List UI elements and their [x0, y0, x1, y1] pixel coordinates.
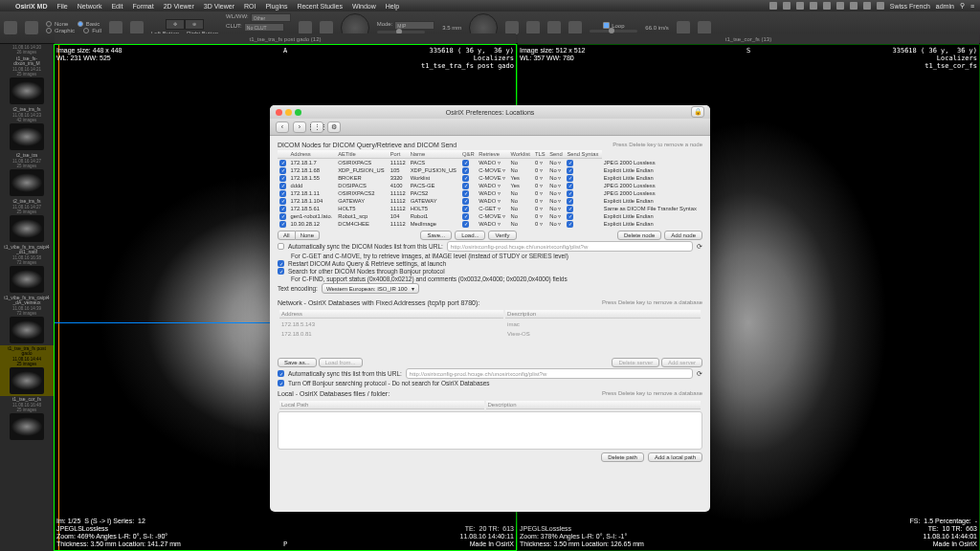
close-icon[interactable]: [276, 109, 282, 116]
select-all-none[interactable]: AllNone: [278, 231, 320, 240]
series-thumbnail[interactable]: t2_tse_tra_fs11.08.16 14:2725 images: [0, 198, 54, 244]
left-button-tool[interactable]: ✥: [166, 19, 185, 30]
text-encoding-select[interactable]: Western European: ISO_IR 100▾: [322, 283, 419, 294]
series-sidebar[interactable]: 11.08.16 14:20 26 images t1_tse_fs-dixon…: [0, 44, 54, 551]
status-icon[interactable]: [836, 2, 844, 10]
network-db-row[interactable]: 172.18.0.81View-OS: [279, 330, 701, 338]
local-db-table[interactable]: Local PathDescription: [278, 399, 702, 411]
status-icon[interactable]: [863, 2, 871, 10]
menu-2d-viewer[interactable]: 2D Viewer: [164, 3, 194, 10]
back-button[interactable]: ‹: [276, 121, 289, 133]
report-plugins-icon[interactable]: [109, 21, 122, 34]
propagate-icon[interactable]: [568, 21, 582, 34]
dicom-node-row[interactable]: ✓10.30.28.12DCM4CHEE11112MedImage✓WADO ▿…: [278, 220, 702, 228]
menu-help[interactable]: Help: [386, 3, 399, 10]
movie-export-icon[interactable]: [526, 21, 540, 34]
bonjour-checkbox[interactable]: ✓: [278, 268, 284, 275]
status-icon[interactable]: [796, 2, 804, 10]
dicom-node-row[interactable]: ✓172.18.1.7OSIRIXPACS11112PACS✓WADO ▿No0…: [278, 159, 702, 167]
dicom-node-row[interactable]: ✓172.18.1.68XDP_FUSION_US105XDP_FUSION_U…: [278, 166, 702, 174]
sync2-checkbox[interactable]: ✓: [278, 370, 284, 377]
input-source-label[interactable]: Swiss French: [890, 3, 930, 10]
notification-icon[interactable]: ≡: [970, 3, 974, 10]
delete-path-button[interactable]: Delete path: [601, 452, 644, 462]
status-icon[interactable]: [783, 2, 791, 10]
status-icon[interactable]: [823, 2, 831, 10]
menu-edit[interactable]: Edit: [111, 3, 122, 10]
menu-window[interactable]: Window: [352, 3, 376, 10]
verify-button[interactable]: Verify: [488, 231, 516, 240]
2d3d-icon[interactable]: [299, 21, 312, 34]
lock-icon[interactable]: 🔒: [691, 106, 704, 118]
status-icon[interactable]: [769, 2, 777, 10]
3d-panel-icon[interactable]: [677, 21, 690, 34]
local-db-list[interactable]: [278, 411, 702, 450]
add-server-button[interactable]: Add server: [661, 358, 702, 367]
reload-icon[interactable]: ⟳: [697, 370, 702, 378]
annot-graphic-radio[interactable]: [46, 28, 52, 33]
add-local-path-button[interactable]: Add a local path: [648, 452, 702, 462]
gear-icon[interactable]: ⚙: [327, 121, 341, 133]
delete-server-button[interactable]: Delete server: [612, 358, 659, 367]
menu-roi[interactable]: ROI: [244, 3, 256, 10]
menu-network[interactable]: Network: [78, 3, 102, 10]
spotlight-icon[interactable]: ⚲: [960, 2, 965, 10]
network-db-row[interactable]: 172.18.5.143imac: [279, 320, 701, 328]
user-name[interactable]: admin: [936, 3, 954, 10]
series-thumbnail[interactable]: t1_vibe_fs_tra_caipi4_dt1_natif11.08.16 …: [0, 244, 54, 295]
minimize-icon[interactable]: [285, 109, 292, 116]
metadata-icon[interactable]: [698, 21, 711, 34]
save-as-button[interactable]: Save as...: [278, 358, 317, 367]
forward-button[interactable]: ›: [293, 121, 306, 133]
navigator-icon[interactable]: [505, 21, 519, 34]
network-db-table[interactable]: AddressDescription 172.18.5.143imac172.1…: [278, 308, 702, 340]
series-thumbnail[interactable]: t1_tse_cor_fs11.08.16 16:4825 images: [0, 396, 54, 442]
show-all-button[interactable]: ⋮⋮⋮: [310, 121, 323, 133]
windows-icon[interactable]: [25, 21, 38, 34]
restart-checkbox[interactable]: ✓: [278, 260, 284, 267]
dicom-node-row[interactable]: ✓172.18.1.11OSIRIXPACS211112PACS2✓WADO ▿…: [278, 189, 702, 197]
right-button-tool[interactable]: ⊕: [185, 19, 204, 30]
save-button[interactable]: Save...: [420, 231, 452, 240]
menu-recent-studies[interactable]: Recent Studies: [297, 3, 342, 10]
patient-icon[interactable]: [130, 21, 144, 34]
menu-plugins[interactable]: Plugins: [265, 3, 287, 10]
reload-icon[interactable]: ⟳: [697, 243, 702, 251]
menu-3d-viewer[interactable]: 3D Viewer: [204, 3, 234, 10]
annot-basic-radio[interactable]: [78, 21, 83, 27]
load-button[interactable]: Load...: [455, 231, 485, 240]
dicom-node-row[interactable]: ✓172.18.1.55BROKER3320Worklist✓C-MOVE ▿Y…: [278, 174, 702, 182]
dicom-node-row[interactable]: ✓172.18.1.104GATEWAY11112GATEWAY✓WADO ▿N…: [278, 197, 702, 205]
series-thumbnail[interactable]: t1_vibe_fs_tra_caipi4_dA_veineux11.08.16…: [0, 295, 54, 345]
sync-icon[interactable]: [547, 21, 561, 34]
sync-url-checkbox[interactable]: [278, 243, 284, 250]
clut-select[interactable]: No CLUT: [244, 23, 284, 32]
wlww-select[interactable]: Other: [251, 13, 291, 22]
delete-node-button[interactable]: Delete node: [617, 231, 661, 240]
shutter-icon[interactable]: [320, 21, 333, 34]
series-thumbnail[interactable]: t1_tse_tra_fs postgado11.08.16 14:4425 i…: [0, 345, 54, 396]
sync-url-input[interactable]: http://osirixconfig-prod.hcuge.ch/unosir…: [447, 241, 693, 252]
zoom-icon[interactable]: [295, 109, 301, 116]
status-icon[interactable]: [850, 2, 858, 10]
series-thumbnail[interactable]: t2_tse_tra_fs11.08.16 14:2342 images: [0, 106, 54, 152]
status-icon[interactable]: [810, 2, 817, 10]
menu-format[interactable]: Format: [132, 3, 153, 10]
sync2-url-input[interactable]: http://osirixconfig-prod.hcuge.ch/unosir…: [406, 368, 693, 379]
dicom-node-row[interactable]: ✓gen1-robot1.lato.Robot1_scp104Robot1✓C-…: [278, 212, 702, 220]
dicom-node-row[interactable]: ✓ddddDOSIPACS4100PACS-GE✓WADO ▿Yes0 ▿No …: [278, 182, 702, 189]
database-icon[interactable]: [4, 21, 17, 34]
dicom-nodes-table[interactable]: AddressAETitlePortNameQ&RRetrieveWorklis…: [278, 150, 702, 228]
add-node-button[interactable]: Add node: [664, 231, 702, 240]
bonjour-off-checkbox[interactable]: ✓: [278, 380, 284, 386]
annot-none-radio[interactable]: [46, 21, 52, 27]
load-from-button[interactable]: Load from...: [319, 358, 363, 367]
menu-file[interactable]: File: [56, 3, 67, 10]
rate-slider[interactable]: [590, 30, 637, 33]
window-titlebar[interactable]: OsiriX Preferences: Locations 🔒: [270, 105, 710, 119]
dicom-node-row[interactable]: ✓172.18.5.61HOLT511112HOLT5✓C-GET ▿No0 ▿…: [278, 205, 702, 212]
flag-icon[interactable]: [877, 2, 884, 10]
series-thumbnail[interactable]: t1_tse_fs-dixon_tra_M11.08.16 14:2125 im…: [0, 55, 54, 106]
series-thumbnail[interactable]: t2_tse_tra11.08.16 14:2725 images: [0, 152, 54, 198]
app-name[interactable]: OsiriX MD: [15, 3, 47, 10]
